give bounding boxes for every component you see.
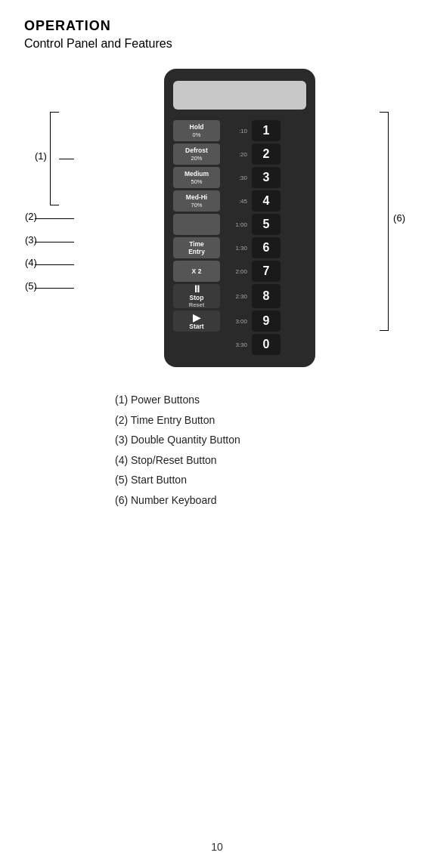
btn-row-5: 1:00 5 (173, 214, 306, 235)
medium-button[interactable]: Medium 50% (173, 167, 220, 188)
time-label-8: 2:30 (222, 284, 250, 308)
anno-bracket-1 (50, 112, 59, 205)
defrost-button[interactable]: Defrost 20% (173, 144, 220, 165)
anno-label-6: (6) (393, 212, 405, 224)
btn-row-9: ▶ Start 3:00 9 (173, 310, 306, 332)
med-hi-button[interactable]: Med-Hi 70% (173, 190, 220, 212)
btn-row-7: X 2 2:00 7 (173, 261, 306, 282)
num-btn-7[interactable]: 7 (252, 261, 281, 282)
anno-line-2 (35, 218, 74, 219)
legend: (1) Power Buttons (2) Time Entry Button … (24, 390, 410, 511)
legend-item-2: (2) Time Entry Button (115, 410, 410, 431)
stop-reset-button[interactable]: ⏸ Stop Reset (173, 284, 220, 308)
anno-label-3: (3) (25, 234, 37, 246)
num-btn-6[interactable]: 6 (252, 237, 281, 258)
panel-wrapper: (1) (2) (3) (4) (5) (6) (24, 69, 410, 367)
legend-item-5: (5) Start Button (115, 470, 410, 490)
num-btn-2[interactable]: 2 (252, 144, 281, 165)
time-label-9: 3:00 (222, 310, 250, 332)
btn-row-8: ⏸ Stop Reset 2:30 8 (173, 284, 306, 308)
btn-row-10: 3:30 0 (173, 334, 306, 355)
start-button[interactable]: ▶ Start (173, 310, 220, 332)
play-icon: ▶ (193, 313, 200, 323)
stop-label: Stop (190, 294, 204, 301)
pause-icon: ⏸ (192, 284, 202, 294)
reset-label: Reset (189, 301, 204, 308)
time-label-7: 2:00 (222, 261, 250, 282)
hold-button[interactable]: Hold 0% (173, 120, 220, 141)
button-grid: Hold 0% :10 1 Defrost 20% :20 2 (173, 120, 306, 355)
anno-line-3 (35, 242, 74, 242)
num-btn-0[interactable]: 0 (252, 334, 281, 355)
anno-line-5 (35, 288, 74, 289)
anno-line-1 (59, 159, 74, 159)
num-btn-9[interactable]: 9 (252, 310, 281, 332)
time-label-1: :10 (222, 120, 250, 141)
start-label: Start (189, 323, 203, 330)
num-btn-4[interactable]: 4 (252, 190, 281, 212)
num-btn-1[interactable]: 1 (252, 120, 281, 141)
time-label-3: :30 (222, 167, 250, 188)
time-entry-button[interactable]: Time Entry (173, 237, 220, 258)
num-btn-8[interactable]: 8 (252, 284, 281, 308)
page: OPERATION Control Panel and Features (1)… (0, 0, 434, 868)
btn-row-6: Time Entry 1:30 6 (173, 237, 306, 258)
legend-item-3: (3) Double Quantity Button (115, 430, 410, 450)
time-label-4: :45 (222, 190, 250, 212)
time-label-6: 1:30 (222, 237, 250, 258)
btn-row-2: Defrost 20% :20 2 (173, 144, 306, 165)
anno-label-4: (4) (25, 257, 37, 268)
anno-bracket-6 (380, 112, 389, 331)
heading-operation: OPERATION (24, 18, 410, 34)
heading-sub: Control Panel and Features (24, 37, 410, 51)
num-btn-3[interactable]: 3 (252, 167, 281, 188)
time-label-10: 3:30 (222, 334, 250, 355)
btn-row-3: Medium 50% :30 3 (173, 167, 306, 188)
legend-item-1: (1) Power Buttons (115, 390, 410, 410)
anno-label-2: (2) (25, 211, 37, 222)
btn-row-1: Hold 0% :10 1 (173, 120, 306, 141)
legend-item-4: (4) Stop/Reset Button (115, 450, 410, 471)
anno-line-4 (35, 264, 74, 265)
page-number: 10 (211, 841, 223, 853)
control-panel: Hold 0% :10 1 Defrost 20% :20 2 (164, 69, 315, 367)
func-btn-5[interactable] (173, 214, 220, 235)
display-screen (173, 81, 306, 110)
time-label-5: 1:00 (222, 214, 250, 235)
anno-label-5: (5) (25, 280, 37, 292)
btn-row-4: Med-Hi 70% :45 4 (173, 190, 306, 212)
legend-item-6: (6) Number Keyboard (115, 490, 410, 511)
x2-button[interactable]: X 2 (173, 261, 220, 282)
time-label-2: :20 (222, 144, 250, 165)
num-btn-5[interactable]: 5 (252, 214, 281, 235)
anno-label-1: (1) (35, 150, 47, 162)
